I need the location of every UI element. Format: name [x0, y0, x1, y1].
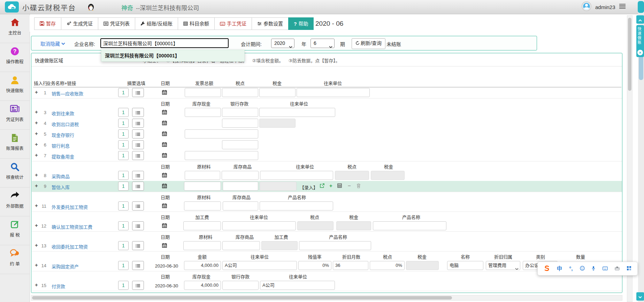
company-suggestion-item[interactable]: 深圳兰芝科技有限公司【000001】	[101, 50, 245, 62]
summary-select-button[interactable]	[132, 182, 144, 191]
sidebar-item-外部数据[interactable]: 外部数据	[0, 191, 30, 216]
text-input[interactable]	[185, 108, 221, 117]
count-box[interactable]: 1	[118, 182, 129, 191]
add-icon[interactable]: +	[329, 183, 332, 188]
insert-row-icon[interactable]: +	[35, 282, 38, 288]
text-input[interactable]	[222, 171, 259, 180]
text-input[interactable]	[223, 201, 258, 210]
手工凭证-button[interactable]: 手工凭证	[214, 17, 252, 30]
calendar-icon[interactable]	[162, 243, 167, 249]
summary-select-button[interactable]	[132, 129, 144, 138]
business-link[interactable]: 提取备用金	[52, 153, 74, 160]
emoji-icon[interactable]	[580, 266, 585, 272]
chinese-mode-icon[interactable]: 中	[557, 266, 562, 271]
text-input[interactable]	[222, 281, 259, 290]
select-input[interactable]: 管理费用	[486, 261, 520, 270]
business-link[interactable]: 收到出口退税	[52, 121, 79, 127]
toolbox-icon[interactable]	[615, 266, 620, 271]
calendar-icon[interactable]	[162, 153, 167, 159]
summary-select-button[interactable]	[132, 201, 144, 210]
export-icon[interactable]	[320, 183, 324, 189]
calendar-icon[interactable]	[162, 120, 167, 127]
text-input[interactable]: 4,000.00	[184, 261, 221, 270]
text-input[interactable]	[185, 171, 220, 180]
sidebar-item-操作教程[interactable]: ?操作教程	[0, 47, 30, 72]
month-select[interactable]: 6	[310, 39, 335, 48]
text-input[interactable]	[373, 221, 446, 230]
vertical-scrollbar[interactable]	[627, 15, 632, 302]
insert-row-icon[interactable]: +	[35, 109, 38, 115]
avatar[interactable]	[581, 1, 592, 13]
business-link[interactable]: 确认加工物资加工费	[52, 223, 92, 230]
text-input[interactable]: 36	[333, 261, 368, 270]
calendar-icon[interactable]	[162, 90, 167, 96]
count-box[interactable]: 1	[118, 261, 129, 270]
calendar-icon[interactable]	[162, 223, 167, 229]
科目余额-button[interactable]: 科目余额	[178, 17, 215, 30]
quick-accounting-tab[interactable]: 快速做账 ×	[636, 25, 644, 57]
year-select[interactable]: 2020	[271, 39, 294, 48]
insert-row-icon[interactable]: +	[35, 89, 38, 95]
text-input[interactable]	[223, 182, 258, 191]
sidebar-item-约单[interactable]: 约 单	[0, 249, 30, 274]
count-box[interactable]: 1	[118, 119, 129, 128]
widget-scroll-up-button[interactable]	[636, 15, 644, 24]
凭证列表-button[interactable]: 凭证列表	[98, 17, 135, 30]
text-input[interactable]: 4,000.00	[184, 281, 221, 290]
summary-select-button[interactable]	[132, 241, 144, 250]
business-link[interactable]: 暂估入库	[52, 184, 70, 190]
business-link[interactable]: 收回委托加工物资	[52, 243, 88, 250]
text-input[interactable]	[185, 129, 258, 138]
business-link[interactable]: 付货款	[52, 283, 65, 289]
text-input[interactable]: 电脑	[447, 261, 483, 270]
text-input[interactable]	[222, 221, 296, 230]
text-input[interactable]	[260, 201, 333, 210]
text-input[interactable]	[185, 88, 221, 97]
trash-icon[interactable]	[356, 183, 361, 189]
calendar-icon[interactable]	[162, 142, 167, 148]
business-link[interactable]: 采购固定资产	[52, 263, 79, 270]
menu-icon[interactable]	[619, 3, 626, 10]
text-input[interactable]	[222, 119, 258, 128]
text-input[interactable]	[184, 182, 221, 191]
mic-icon[interactable]	[592, 266, 595, 272]
keyboard-icon[interactable]	[603, 266, 608, 271]
calendar-icon[interactable]	[162, 203, 167, 209]
text-input[interactable]	[184, 201, 221, 210]
widget-scroll-down-button[interactable]	[636, 292, 644, 301]
business-link[interactable]: 收到往来款	[52, 110, 74, 117]
minus-icon[interactable]: −	[348, 183, 351, 188]
business-link[interactable]: 银行利息	[52, 142, 70, 149]
business-link[interactable]: 销售—应收账款	[52, 90, 83, 97]
apps-grid-icon[interactable]	[627, 266, 631, 271]
text-input[interactable]: 0%	[370, 261, 405, 270]
close-icon[interactable]: ×	[637, 50, 643, 55]
text-input[interactable]	[259, 108, 335, 117]
text-input[interactable]	[185, 151, 258, 160]
sidebar-item-报税[interactable]: 报 税	[0, 220, 30, 245]
insert-row-icon[interactable]: +	[35, 130, 38, 136]
insert-row-icon[interactable]: +	[35, 152, 38, 158]
refresh-query-button[interactable]: 刷新/查询	[352, 38, 385, 49]
text-input[interactable]: A公司	[260, 281, 335, 290]
insert-row-icon[interactable]: +	[35, 120, 38, 126]
floating-widget-handle[interactable]	[638, 1, 644, 13]
count-box[interactable]: 1	[118, 88, 129, 97]
qq-icon[interactable]	[88, 3, 94, 12]
text-input[interactable]	[222, 108, 258, 117]
insert-row-icon[interactable]: +	[35, 202, 38, 208]
sidebar-item-凭证列表[interactable]: 凭证列表	[0, 105, 30, 130]
count-box[interactable]: 1	[118, 201, 129, 210]
count-box[interactable]: 1	[118, 221, 129, 230]
count-box[interactable]: 1	[118, 129, 129, 138]
insert-row-icon[interactable]: +	[35, 242, 38, 248]
text-input[interactable]	[222, 140, 258, 149]
business-link[interactable]: 采购商品	[52, 173, 70, 180]
business-link[interactable]: 现金存银行	[52, 132, 74, 138]
unhide-toggle[interactable]: 取消隐藏	[40, 40, 65, 47]
browser-scrollbar-thumb[interactable]	[639, 55, 643, 80]
text-input[interactable]	[260, 171, 333, 180]
insert-row-icon[interactable]: +	[35, 141, 38, 147]
count-box[interactable]: 1	[118, 171, 129, 180]
text-input[interactable]	[222, 241, 260, 250]
